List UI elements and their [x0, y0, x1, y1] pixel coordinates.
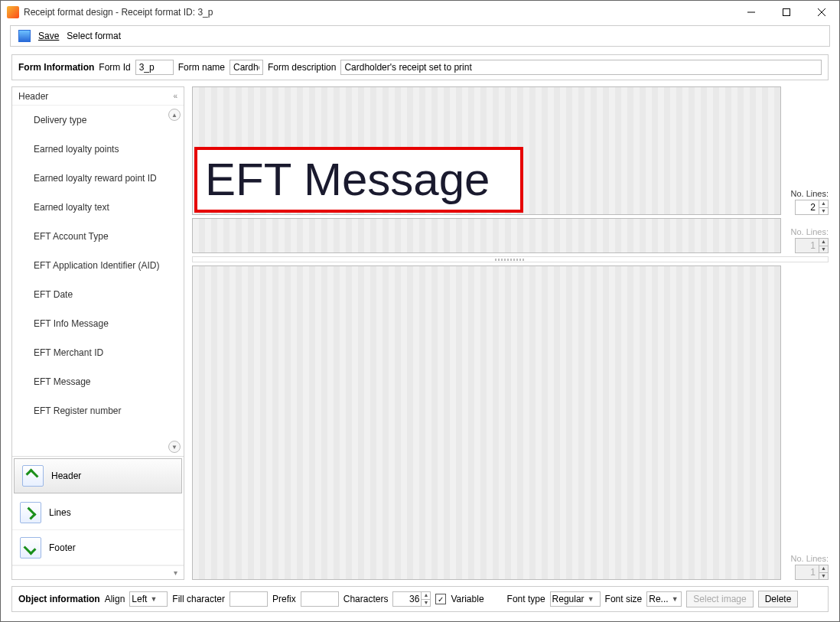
window-title: Receipt format design - Receipt format I…: [24, 7, 734, 18]
nav-header-label: Header: [51, 471, 81, 481]
header-lines-input[interactable]: [796, 202, 819, 213]
form-name-input[interactable]: [230, 60, 263, 75]
sidebar-item-eft-merchant-id[interactable]: EFT Merchant ID: [12, 338, 184, 367]
variable-checkbox[interactable]: ✓: [435, 594, 446, 604]
lines-section-row: No. Lines: ▲▼: [192, 218, 829, 253]
select-image-button: Select image: [686, 591, 753, 607]
chevron-down-icon: ▼: [669, 595, 679, 603]
svg-rect-1: [783, 9, 790, 16]
header-section-row: EFT Message No. Lines: ▲▼: [192, 86, 829, 215]
no-lines-label: No. Lines:: [790, 189, 829, 198]
spin-up-icon[interactable]: ▲: [421, 592, 430, 599]
grip-icon: [495, 259, 526, 261]
font-type-label: Font type: [507, 594, 545, 604]
nav-header[interactable]: Header: [14, 458, 182, 493]
no-lines-label-2: No. Lines:: [790, 227, 829, 236]
nav-sections: Header Lines Footer: [12, 456, 184, 565]
header-lines-control: No. Lines: ▲▼: [786, 189, 829, 215]
minimize-icon: [747, 8, 755, 16]
splitter[interactable]: [192, 256, 829, 262]
save-button[interactable]: Save: [38, 31, 59, 41]
form-desc-label: Form description: [268, 62, 336, 73]
footer-icon: [20, 537, 41, 558]
maximize-icon: [783, 8, 790, 16]
spin-up-icon: ▲: [819, 565, 828, 572]
nav-footer-label: Footer: [49, 542, 76, 553]
spin-down-icon[interactable]: ▼: [819, 207, 828, 214]
sidebar-header-label: Header: [18, 91, 48, 102]
sidebar-item-earned-loyalty-reward-point-id[interactable]: Earned loyalty reward point ID: [12, 164, 184, 193]
align-label: Align: [105, 594, 125, 604]
lines-icon: [20, 502, 41, 523]
window-controls: [734, 1, 839, 24]
lines-lines-control: No. Lines: ▲▼: [786, 227, 829, 253]
prefix-label: Prefix: [272, 594, 296, 604]
placed-field-eft-message[interactable]: EFT Message: [194, 147, 523, 213]
sidebar-item-eft-aid[interactable]: EFT Application Identifier (AID): [12, 251, 184, 280]
characters-input[interactable]: [393, 594, 421, 604]
footer-lines-spinner: ▲▼: [795, 565, 829, 580]
font-size-value: Re...: [649, 594, 668, 604]
sidebar-header[interactable]: Header «: [12, 87, 184, 106]
header-icon: [22, 465, 44, 487]
align-select[interactable]: Left▼: [129, 591, 168, 607]
no-lines-label-3: No. Lines:: [790, 554, 829, 563]
sidebar-item-delivery-type[interactable]: Delivery type: [12, 106, 184, 135]
close-button[interactable]: [804, 1, 839, 24]
sidebar-item-eft-register-number[interactable]: EFT Register number: [12, 396, 184, 425]
close-icon: [818, 8, 825, 16]
header-layout-box[interactable]: EFT Message: [192, 86, 781, 215]
lines-layout-box[interactable]: [192, 218, 781, 253]
nav-lines[interactable]: Lines: [12, 495, 184, 530]
spin-down-icon[interactable]: ▼: [421, 599, 430, 606]
sidebar-list: ▲ Delivery type Earned loyalty points Ea…: [12, 106, 184, 456]
select-format-button[interactable]: Select format: [67, 31, 121, 41]
prefix-input[interactable]: [301, 591, 339, 607]
spin-down-icon: ▼: [819, 572, 828, 579]
footer-layout-box[interactable]: [192, 265, 781, 580]
font-type-select[interactable]: Regular▼: [550, 591, 601, 607]
spin-up-icon[interactable]: ▲: [819, 200, 828, 207]
lines-lines-spinner: ▲▼: [795, 238, 829, 253]
form-info-label: Form Information: [18, 62, 94, 73]
fill-character-input[interactable]: [230, 591, 268, 607]
sidebar-item-earned-loyalty-points[interactable]: Earned loyalty points: [12, 135, 184, 164]
scroll-down-button[interactable]: ▼: [168, 441, 181, 453]
sidebar-item-eft-date[interactable]: EFT Date: [12, 280, 184, 309]
app-window: Receipt format design - Receipt format I…: [0, 0, 840, 622]
sidebar-item-earned-loyalty-text[interactable]: Earned loyalty text: [12, 193, 184, 222]
maximize-button[interactable]: [769, 1, 804, 24]
spin-down-icon: ▼: [819, 246, 828, 252]
nav-footer[interactable]: Footer: [12, 530, 184, 565]
content-area: Form Information Form Id Form name Form …: [1, 48, 839, 621]
footer-lines-input: [796, 567, 819, 578]
nav-lines-label: Lines: [49, 507, 71, 518]
footer-lines-control: No. Lines: ▲▼: [786, 554, 829, 580]
header-lines-spinner[interactable]: ▲▼: [795, 200, 829, 215]
fill-label: Fill character: [172, 594, 225, 604]
sidebar-item-eft-info-message[interactable]: EFT Info Message: [12, 309, 184, 338]
sidebar: Header « ▲ Delivery type Earned loyalty …: [11, 86, 184, 580]
characters-spinner[interactable]: ▲▼: [392, 591, 431, 607]
canvas-column: EFT Message No. Lines: ▲▼ No. Line: [192, 86, 829, 580]
save-icon: [18, 30, 31, 42]
form-desc-input[interactable]: [340, 60, 822, 75]
titlebar: Receipt format design - Receipt format I…: [1, 1, 839, 24]
chevron-down-icon: ▼: [584, 595, 594, 603]
font-size-select[interactable]: Re...▼: [646, 591, 682, 607]
app-icon: [7, 6, 19, 18]
collapse-icon: «: [173, 92, 177, 100]
chevron-down-icon: ▼: [147, 595, 157, 603]
delete-button[interactable]: Delete: [758, 591, 799, 607]
scroll-up-button[interactable]: ▲: [168, 109, 181, 121]
spin-up-icon: ▲: [819, 239, 828, 246]
font-size-label: Font size: [605, 594, 643, 604]
sidebar-item-eft-message[interactable]: EFT Message: [12, 367, 184, 396]
sidebar-more[interactable]: ▾: [12, 565, 184, 579]
minimize-button[interactable]: [734, 1, 769, 24]
form-id-input[interactable]: [135, 60, 174, 75]
font-type-value: Regular: [552, 594, 584, 604]
form-information-bar: Form Information Form Id Form name Form …: [11, 54, 829, 80]
body: Header « ▲ Delivery type Earned loyalty …: [11, 86, 829, 580]
sidebar-item-eft-account-type[interactable]: EFT Account Type: [12, 222, 184, 251]
